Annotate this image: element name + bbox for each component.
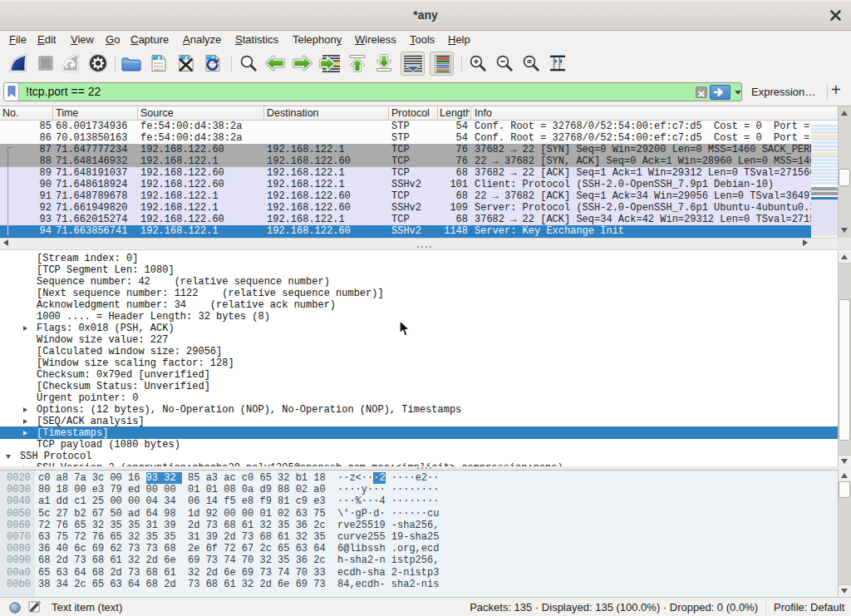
svg-text:0011: 0011 <box>155 67 164 71</box>
